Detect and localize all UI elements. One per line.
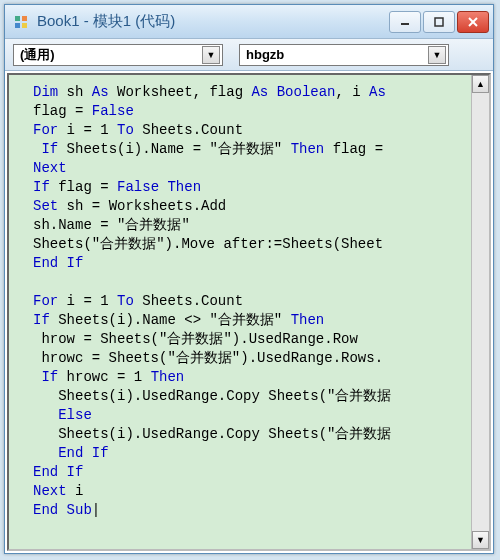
dropdown-arrow-icon: ▼: [202, 46, 220, 64]
scroll-down-button[interactable]: ▼: [472, 531, 489, 549]
code-editor[interactable]: Dim sh As Worksheet, flag As Boolean, i …: [9, 75, 471, 549]
scroll-track[interactable]: [472, 93, 489, 531]
dropdown-arrow-icon: ▼: [428, 46, 446, 64]
svg-rect-1: [22, 16, 27, 21]
procedure-dropdown-value: hbgzb: [246, 47, 428, 62]
close-button[interactable]: [457, 11, 489, 33]
minimize-button[interactable]: [389, 11, 421, 33]
vba-code-window: Book1 - 模块1 (代码) (通用) ▼ hbgzb ▼ Dim sh A…: [4, 4, 494, 554]
object-dropdown[interactable]: (通用) ▼: [13, 44, 223, 66]
procedure-dropdown[interactable]: hbgzb ▼: [239, 44, 449, 66]
window-title: Book1 - 模块1 (代码): [37, 12, 389, 31]
code-area: Dim sh As Worksheet, flag As Boolean, i …: [7, 73, 491, 551]
scroll-up-button[interactable]: ▲: [472, 75, 489, 93]
toolbar: (通用) ▼ hbgzb ▼: [5, 39, 493, 71]
svg-rect-5: [435, 18, 443, 26]
app-icon: [13, 14, 29, 30]
svg-rect-3: [22, 23, 27, 28]
svg-rect-0: [15, 16, 20, 21]
svg-rect-2: [15, 23, 20, 28]
object-dropdown-value: (通用): [20, 46, 202, 64]
window-buttons: [389, 11, 489, 33]
titlebar[interactable]: Book1 - 模块1 (代码): [5, 5, 493, 39]
maximize-button[interactable]: [423, 11, 455, 33]
vertical-scrollbar[interactable]: ▲ ▼: [471, 75, 489, 549]
